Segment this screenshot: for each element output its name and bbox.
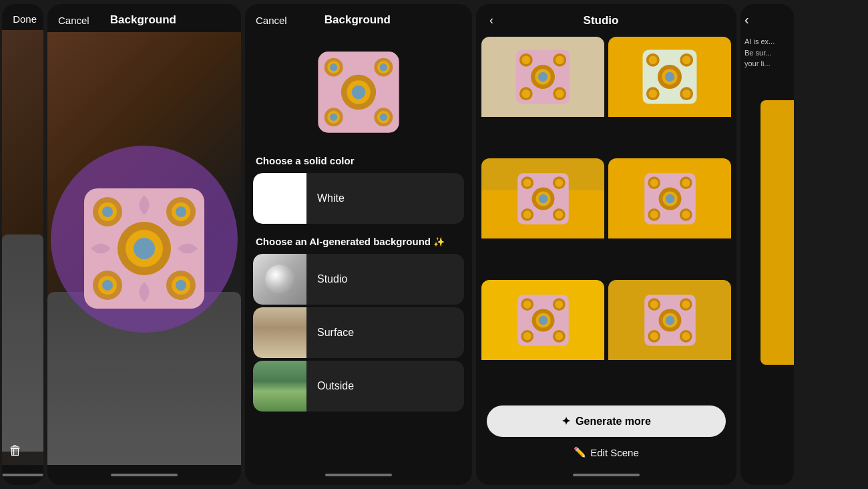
cancel-button-2[interactable]: Cancel: [256, 15, 287, 26]
svg-point-59: [538, 194, 548, 203]
generate-more-button[interactable]: ✦ Generate more: [487, 405, 726, 437]
svg-point-85: [523, 300, 531, 308]
result-item-4[interactable]: [608, 158, 731, 276]
svg-point-25: [380, 63, 387, 71]
home-indicator-1: [111, 474, 178, 476]
generate-more-label: Generate more: [576, 416, 651, 428]
sparkle-icon: ✨: [433, 236, 445, 247]
svg-point-97: [650, 300, 658, 308]
studio-option[interactable]: Studio: [253, 254, 464, 305]
svg-point-9: [176, 206, 186, 217]
svg-point-83: [538, 315, 548, 325]
svg-point-53: [649, 90, 658, 98]
studio-bg: [253, 254, 306, 305]
ai-notice-text: AI is ex...Be sur...your li...: [744, 37, 775, 67]
surface-option[interactable]: Surface: [253, 307, 464, 358]
panel-partial-left: Done 🗑: [2, 4, 43, 485]
svg-point-75: [682, 178, 690, 186]
studio-header: ‹ Studio: [476, 4, 736, 33]
svg-point-12: [102, 280, 113, 291]
white-color-preview: [253, 173, 306, 224]
svg-point-89: [523, 332, 531, 340]
svg-point-35: [538, 72, 548, 82]
panel-background-chooser: Cancel Background Choose a solid color: [245, 4, 472, 485]
done-button[interactable]: Done: [13, 13, 37, 25]
panel-camera-header: Cancel Background: [47, 4, 241, 32]
result-item-6[interactable]: [608, 280, 731, 397]
home-indicator-2: [325, 474, 392, 476]
panel-bg-header: Cancel Background: [245, 4, 472, 32]
svg-point-99: [682, 300, 690, 308]
svg-point-63: [555, 178, 563, 186]
result-item-1[interactable]: [481, 37, 604, 154]
svg-point-95: [665, 315, 674, 325]
pillow-preview-bg: [245, 32, 472, 150]
result-item-3[interactable]: [481, 158, 604, 276]
studio-thumb: [253, 254, 306, 305]
panel-partial-right: AI is ex...Be sur...your li... ‹: [740, 4, 794, 485]
camera-view: [47, 32, 241, 465]
back-button[interactable]: ‹: [487, 13, 496, 27]
studio-title: Studio: [584, 14, 619, 27]
svg-point-22: [330, 63, 337, 71]
panel-bg-title: Background: [324, 13, 391, 27]
result-item-5[interactable]: [481, 280, 604, 397]
result-bg-5: [481, 280, 604, 360]
svg-point-15: [176, 280, 186, 291]
studio-sphere: [265, 265, 294, 294]
surface-thumb: [253, 307, 306, 358]
surface-label: Surface: [306, 327, 354, 339]
outside-option[interactable]: Outside: [253, 361, 464, 412]
svg-point-51: [682, 56, 691, 65]
home-bar-3: [476, 465, 736, 485]
result-bg-6: [608, 280, 731, 360]
svg-point-87: [555, 300, 563, 308]
svg-point-47: [665, 72, 674, 82]
surface-bg: [253, 307, 306, 358]
cancel-button[interactable]: Cancel: [58, 15, 89, 26]
panel-camera: Cancel Background: [47, 4, 241, 485]
svg-point-31: [380, 114, 387, 121]
ai-section-label: Choose an AI-generated background ✨: [245, 230, 472, 251]
svg-point-39: [556, 56, 564, 65]
edit-icon: ✏️: [574, 446, 586, 458]
svg-point-77: [650, 210, 658, 218]
result-item-2[interactable]: [608, 37, 731, 154]
bg-options-scroll[interactable]: Choose a solid color White Choose an AI-…: [245, 150, 472, 465]
svg-point-6: [102, 206, 113, 217]
svg-point-41: [522, 90, 531, 98]
svg-point-73: [650, 178, 658, 186]
svg-point-43: [556, 90, 564, 98]
svg-point-91: [555, 332, 563, 340]
svg-point-28: [330, 114, 337, 121]
panel-camera-title: Background: [110, 13, 176, 27]
result-bg-4: [608, 158, 731, 238]
svg-point-65: [523, 210, 531, 218]
outside-bg: [253, 361, 306, 412]
svg-point-71: [665, 194, 674, 203]
svg-point-19: [352, 86, 366, 100]
edit-scene-button[interactable]: ✏️ Edit Scene: [476, 440, 736, 465]
yellow-accent-bar: [761, 100, 794, 365]
svg-point-55: [682, 90, 691, 98]
svg-point-3: [134, 238, 155, 259]
back-chevron-right[interactable]: ‹: [744, 12, 749, 27]
outside-thumb: [253, 361, 306, 412]
white-color-option[interactable]: White: [253, 173, 464, 224]
studio-label: Studio: [306, 273, 347, 285]
trash-icon[interactable]: 🗑: [9, 443, 22, 458]
outside-label: Outside: [306, 380, 354, 392]
svg-point-61: [523, 178, 531, 186]
home-bar-2: [245, 465, 472, 485]
panel-studio-results: ‹ Studio: [476, 4, 736, 485]
studio-results-grid: [476, 33, 736, 401]
result-bg-1: [481, 37, 604, 117]
home-indicator: [2, 474, 43, 476]
result-bg-3: [481, 158, 604, 238]
white-label: White: [306, 192, 345, 204]
home-bar-1: [47, 465, 241, 485]
white-swatch: [253, 173, 306, 224]
svg-point-37: [522, 56, 531, 65]
svg-point-67: [555, 210, 563, 218]
solid-color-label: Choose a solid color: [245, 150, 472, 170]
